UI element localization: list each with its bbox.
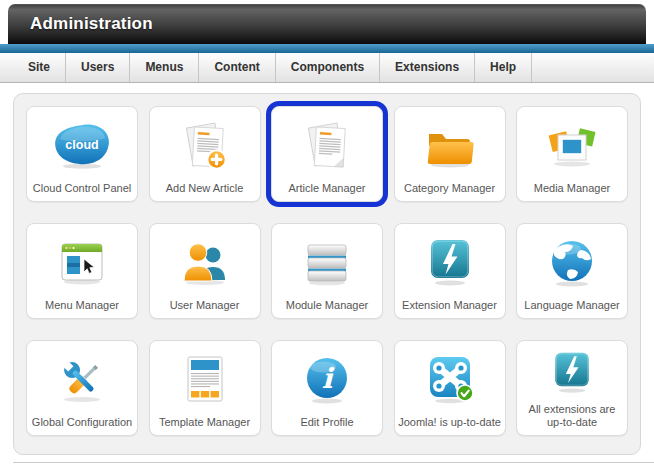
- tile-label: Module Manager: [275, 299, 379, 313]
- modules-icon: [299, 227, 355, 299]
- tile-all-extensions-up-to-date[interactable]: All extensions are up-to-date: [516, 340, 628, 436]
- admin-menubar: Site Users Menus Content Components Exte…: [0, 53, 654, 83]
- tile-language-manager[interactable]: Language Manager: [516, 223, 628, 319]
- users-icon: [177, 227, 233, 299]
- admin-title-bar: Administration: [8, 4, 646, 44]
- quick-icons-panel: cloud Cloud Control Panel: [13, 93, 641, 455]
- globe-icon: [544, 227, 600, 299]
- tile-label: Template Manager: [153, 416, 257, 430]
- menu-item-menus[interactable]: Menus: [130, 53, 199, 82]
- tile-global-configuration[interactable]: Global Configuration: [26, 340, 138, 436]
- cloud-icon: cloud: [51, 110, 113, 182]
- tile-edit-profile[interactable]: i Edit Profile: [271, 340, 383, 436]
- tile-article-manager[interactable]: Article Manager: [271, 106, 383, 202]
- menu-item-site[interactable]: Site: [13, 53, 66, 82]
- lightning-icon: [422, 227, 478, 299]
- tile-label: Media Manager: [520, 182, 624, 196]
- tile-label: Global Configuration: [30, 416, 134, 430]
- footer-divider: [13, 462, 654, 463]
- menu-window-icon: [54, 227, 110, 299]
- menu-item-extensions[interactable]: Extensions: [380, 53, 475, 82]
- media-icon: [544, 110, 600, 182]
- tile-menu-manager[interactable]: Menu Manager: [26, 223, 138, 319]
- article-icon: [299, 110, 355, 182]
- tools-icon: [54, 344, 110, 416]
- tile-label: Add New Article: [153, 182, 257, 196]
- menu-item-help[interactable]: Help: [475, 53, 532, 82]
- add-article-icon: [177, 110, 233, 182]
- tile-label: Extension Manager: [398, 299, 502, 313]
- tile-add-new-article[interactable]: Add New Article: [149, 106, 261, 202]
- tile-label: Edit Profile: [275, 416, 379, 430]
- tile-template-manager[interactable]: Template Manager: [149, 340, 261, 436]
- menu-item-content[interactable]: Content: [199, 53, 275, 82]
- tile-cloud-control-panel[interactable]: cloud Cloud Control Panel: [26, 106, 138, 202]
- tile-label: Joomla! is up-to-date: [398, 416, 502, 430]
- page-title: Administration: [30, 14, 153, 34]
- folder-icon: [422, 110, 478, 182]
- lightning-icon: [547, 344, 597, 403]
- tile-media-manager[interactable]: Media Manager: [516, 106, 628, 202]
- tile-label: Article Manager: [275, 182, 379, 196]
- menu-item-components[interactable]: Components: [276, 53, 380, 82]
- tile-extension-manager[interactable]: Extension Manager: [394, 223, 506, 319]
- control-panel-area: cloud Cloud Control Panel: [0, 83, 654, 463]
- tile-label: Cloud Control Panel: [30, 182, 134, 196]
- tile-label: Language Manager: [520, 299, 624, 313]
- tile-label: Category Manager: [398, 182, 502, 196]
- joomla-check-icon: [422, 344, 478, 416]
- tile-label: All extensions are up-to-date: [520, 403, 624, 431]
- tile-label: User Manager: [153, 299, 257, 313]
- tile-label: Menu Manager: [30, 299, 134, 313]
- menu-item-users[interactable]: Users: [66, 53, 130, 82]
- tile-module-manager[interactable]: Module Manager: [271, 223, 383, 319]
- tile-category-manager[interactable]: Category Manager: [394, 106, 506, 202]
- svg-text:cloud: cloud: [65, 138, 98, 152]
- accent-stripe: [0, 44, 654, 53]
- tile-joomla-up-to-date[interactable]: Joomla! is up-to-date: [394, 340, 506, 436]
- tile-user-manager[interactable]: User Manager: [149, 223, 261, 319]
- info-icon: i: [299, 344, 355, 416]
- template-icon: [177, 344, 233, 416]
